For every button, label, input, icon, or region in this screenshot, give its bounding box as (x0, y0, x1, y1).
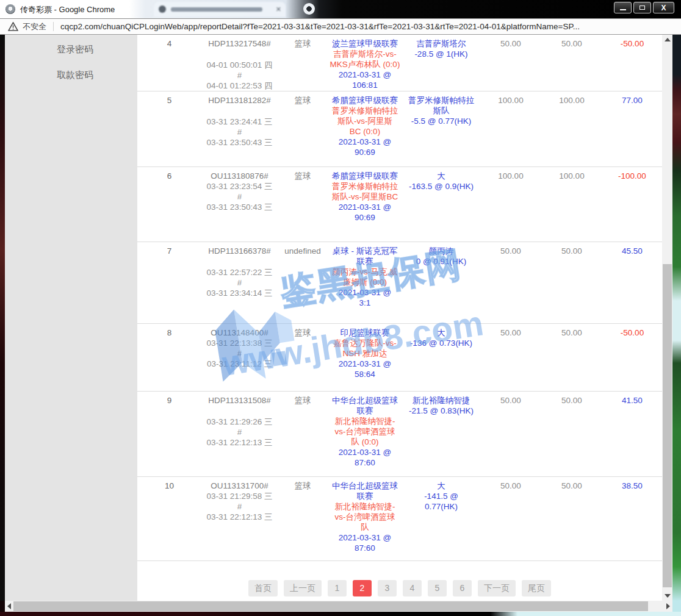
scroll-down-button[interactable] (662, 591, 672, 601)
match-line: 队 (328, 522, 402, 532)
bet-amount: 100.00 (480, 171, 541, 181)
minimize-button[interactable] (614, 2, 632, 13)
match-line: 桌球 - 斯诺克冠军 (328, 246, 402, 256)
vertical-scrollbar[interactable] (662, 35, 672, 601)
result-amount: 38.50 (602, 481, 662, 491)
order-cell: HDP113131508#03-31 21:29:26 三#03-31 22:1… (201, 395, 278, 448)
valid-amount: 50.00 (541, 395, 602, 406)
valid-amount: 100.00 (541, 171, 602, 181)
match-line: 2021-03-31 @ (328, 447, 402, 457)
match-line: 队 (0:0) (328, 437, 402, 447)
close-button[interactable]: X (653, 2, 674, 13)
right-edge-strip (672, 601, 681, 612)
valid-amount: 100.00 (541, 95, 602, 106)
pagination: 首页上一页123456下一页尾页 (137, 580, 662, 596)
order-cell: HDP113181282#03-31 23:24:41 三#03-31 23:5… (201, 95, 278, 148)
bet-time: 03-31 23:34:14 三 (201, 288, 278, 298)
match-line: 3:1 (328, 298, 402, 308)
bet-time: 03-31 21:29:58 三 (201, 491, 278, 501)
bet-amount: 100.00 (480, 95, 541, 106)
page-button-下一页[interactable]: 下一页 (478, 580, 516, 596)
result-amount: 41.50 (602, 395, 662, 406)
page-button-2[interactable]: 2 (353, 580, 372, 596)
report-detail-panel: 4HDP113217548#04-01 00:50:01 四#04-01 01:… (137, 35, 662, 601)
horizontal-scrollbar-thumb[interactable] (13, 601, 648, 611)
bet-time: 03-31 23:50:43 三 (201, 202, 278, 212)
bet-line: 斯队 (402, 106, 480, 116)
sidebar-item[interactable]: 登录密码 (57, 43, 137, 56)
valid-amount: 50.00 (541, 246, 602, 256)
sidebar-item[interactable]: 取款密码 (57, 69, 137, 81)
match-line: 希腊篮球甲级联赛 (328, 95, 402, 106)
page-button-5[interactable]: 5 (428, 580, 447, 596)
maximize-button[interactable] (633, 2, 651, 13)
order-time-gap (201, 49, 278, 60)
url-divider (53, 22, 54, 31)
row-number: 4 (137, 38, 201, 49)
match-cell: 印尼篮球联赛嘉鲁达万隆队-vs-NSH 雅加达2021-03-31 @58:64 (328, 328, 402, 379)
valid-amount: 50.00 (541, 328, 602, 338)
bet-time: 03-31 22:12:13 三 (201, 512, 278, 522)
match-line: 新北裕隆纳智捷- (328, 501, 402, 512)
background-tab-ghost: ✕ (154, 2, 286, 17)
bet-line: 普罗米修斯帕特拉 (402, 95, 480, 106)
match-line: 新北裕隆纳智捷- (328, 416, 402, 426)
background-tab-favicon (159, 5, 166, 13)
chrome-icon (5, 4, 15, 14)
order-id: HDP113181282# (201, 95, 278, 106)
bet-record-row: 9HDP113131508#03-31 21:29:26 三#03-31 22:… (137, 392, 662, 477)
bet-line: -21.5 @ 0.83(HK) (402, 406, 480, 416)
page-button-6[interactable]: 6 (453, 580, 472, 596)
bet-time: 04-01 00:50:01 四 (201, 60, 278, 70)
row-number: 8 (137, 328, 201, 338)
page-button-3[interactable]: 3 (378, 580, 397, 596)
match-line: 嘉鲁达万隆队-vs- (328, 338, 402, 348)
maximize-icon (640, 5, 645, 10)
result-amount: -100.00 (602, 171, 662, 181)
order-cell: OU113148400#03-31 22:13:38 三#03-31 23:11… (201, 328, 278, 369)
bet-record-row: 4HDP113217548#04-01 00:50:01 四#04-01 01:… (137, 35, 662, 91)
order-cell: OU113131700#03-31 21:29:58 三#03-31 22:12… (201, 481, 278, 522)
bet-time: # (201, 427, 278, 437)
match-cell: 波兰篮球甲级联赛吉普萨斯塔尔-vs-MKS卢布林队 (0:0)2021-03-3… (328, 38, 402, 90)
order-id: HDP113217548# (201, 38, 278, 49)
url-bar[interactable]: 不安全 cqcp2.com/chuanQiCPLoginWeb/app/repo… (0, 18, 681, 35)
match-line: 联赛 (328, 406, 402, 416)
row-number: 5 (137, 95, 201, 106)
scroll-up-icon (665, 38, 671, 41)
bet-line: -5.5 @ 0.77(HK) (402, 116, 480, 126)
sport-type: 篮球 (278, 38, 328, 49)
match-line: 2021-03-31 @ (328, 137, 402, 147)
horizontal-scrollbar[interactable] (5, 601, 672, 612)
bet-record-row: 8OU113148400#03-31 22:13:38 三#03-31 23:1… (137, 324, 662, 392)
scroll-left-button[interactable] (5, 601, 13, 612)
match-line: 106:81 (328, 80, 402, 90)
row-number: 10 (137, 481, 201, 491)
match-line: vs-台湾啤酒篮球 (328, 426, 402, 437)
bet-amount: 50.00 (480, 395, 541, 406)
bet-time: 03-31 23:24:41 三 (201, 116, 278, 127)
match-line: 斯队-vs-阿里斯 (328, 116, 402, 126)
match-line: 中华台北超级篮球 (328, 395, 402, 406)
match-line: 90:69 (328, 147, 402, 157)
match-line: 联赛 (328, 491, 402, 501)
bet-time: # (201, 70, 278, 81)
vertical-scrollbar-thumb[interactable] (663, 264, 672, 587)
scroll-right-button[interactable] (664, 601, 672, 612)
scroll-up-button[interactable] (662, 35, 672, 45)
result-amount: 45.50 (602, 246, 662, 256)
page-button-1[interactable]: 1 (328, 580, 347, 596)
match-line: vs-台湾啤酒篮球 (328, 512, 402, 522)
match-line: 2021-03-31 @ (328, 359, 402, 369)
page-button-首页[interactable]: 首页 (248, 580, 278, 596)
page-button-4[interactable]: 4 (403, 580, 422, 596)
match-line: 58:64 (328, 369, 402, 379)
bet-line: -136 @ 0.73(HK) (402, 338, 480, 348)
window-controls: X (614, 2, 674, 13)
page-button-上一页[interactable]: 上一页 (284, 580, 322, 596)
bet-time: 04-01 01:22:53 四 (201, 81, 278, 91)
match-line: 廉姆斯 (0:0) (328, 277, 402, 287)
window-titlebar[interactable]: 传奇彩票 - Google Chrome ✕ X (0, 0, 681, 18)
sport-type: 篮球 (278, 481, 328, 491)
page-button-尾页[interactable]: 尾页 (522, 580, 551, 596)
